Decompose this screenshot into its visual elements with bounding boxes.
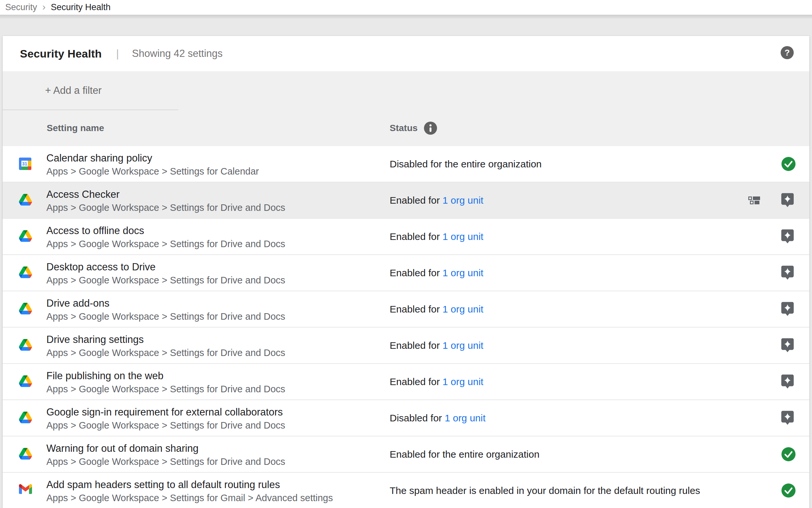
setting-path: Apps > Google Workspace > Settings for D… <box>46 419 285 432</box>
filter-bar: + Add a filter <box>3 71 809 110</box>
setting-path: Apps > Google Workspace > Settings for D… <box>46 201 285 214</box>
card-header: Security Health | Showing 42 settings ? <box>3 36 809 71</box>
setting-path: Apps > Google Workspace > Settings for D… <box>46 382 285 395</box>
recommendation-badge-icon[interactable] <box>781 265 794 280</box>
breadcrumb-parent-link[interactable]: Security <box>5 2 37 12</box>
breadcrumb-current: Security Health <box>51 2 111 12</box>
org-unit-link[interactable]: 1 org unit <box>442 267 483 278</box>
add-filter-button[interactable]: + Add a filter <box>45 85 102 96</box>
status-text: Enabled for <box>390 267 440 278</box>
page-background-band <box>0 15 812 38</box>
setting-path: Apps > Google Workspace > Settings for D… <box>46 455 285 468</box>
table-row[interactable]: 31 Warning for out of domain sharing <box>3 436 809 473</box>
table-row[interactable]: 31 Calendar sharing policy Apps > G <box>3 146 809 182</box>
setting-name: Drive add-ons <box>46 296 285 310</box>
table-row[interactable]: 31 Access to offline docs Apps > Go <box>3 219 809 255</box>
status-column-header: Status <box>390 123 418 133</box>
google-drive-icon: 31 <box>19 303 32 316</box>
google-drive-icon: 31 <box>19 266 32 280</box>
status-info-icon[interactable] <box>424 122 437 135</box>
setting-status: Enabled for 1 org unit <box>390 195 483 206</box>
table-row[interactable]: 31 File publishing on the web Apps <box>3 364 809 400</box>
status-text: Enabled for <box>390 195 440 206</box>
setting-name: Access Checker <box>46 187 285 201</box>
breadcrumb: Security › Security Health <box>0 0 812 15</box>
setting-name: Access to offline docs <box>46 224 285 237</box>
security-health-card: Security Health | Showing 42 settings ? … <box>3 36 809 508</box>
setting-path: Apps > Google Workspace > Settings for D… <box>46 237 285 250</box>
org-unit-link[interactable]: 1 org unit <box>442 195 483 206</box>
setting-name: File publishing on the web <box>46 369 285 382</box>
status-text: Disabled for <box>390 413 442 423</box>
title-separator: | <box>116 47 119 60</box>
setting-status: Enabled for the entire organization <box>390 449 539 460</box>
setting-name: Desktop access to Drive <box>46 260 285 273</box>
google-drive-icon: 31 <box>19 412 32 425</box>
org-unit-link[interactable]: 1 org unit <box>444 413 485 423</box>
status-text: Disabled for the entire organization <box>390 159 541 169</box>
status-text: Enabled for <box>390 340 440 351</box>
status-text: Enabled for <box>390 231 440 242</box>
org-unit-link[interactable]: 1 org unit <box>442 231 483 242</box>
status-text: Enabled for <box>390 304 440 314</box>
setting-status: Enabled for 1 org unit <box>390 267 483 279</box>
setting-status: Enabled for 1 org unit <box>390 340 483 351</box>
status-ok-icon <box>781 483 796 498</box>
setting-path: Apps > Google Workspace > Settings for G… <box>46 491 333 504</box>
table-header-row: Setting name Status <box>3 110 809 146</box>
recommendation-badge-icon[interactable] <box>781 302 794 316</box>
table-row[interactable]: 31 Desktop access to Drive Apps > G <box>3 255 809 291</box>
setting-status: Disabled for 1 org unit <box>390 413 486 424</box>
filter-and-header-section: + Add a filter Setting name Status <box>3 71 809 146</box>
recommendation-badge-icon[interactable] <box>781 338 794 353</box>
recommendation-badge-icon[interactable] <box>781 193 794 208</box>
status-text: Enabled for the entire organization <box>390 449 539 460</box>
page-title: Security Health <box>20 47 102 60</box>
table-row[interactable]: 31 Drive sharing settings Apps > Go <box>3 328 809 364</box>
svg-text:31: 31 <box>22 161 28 166</box>
setting-name: Calendar sharing policy <box>46 151 259 165</box>
google-drive-icon: 31 <box>19 448 32 461</box>
setting-status: Enabled for 1 org unit <box>390 376 483 387</box>
status-ok-icon <box>781 157 796 171</box>
org-unit-link[interactable]: 1 org unit <box>442 304 483 314</box>
settings-table: 31 Calendar sharing policy Apps > G <box>3 146 809 508</box>
recommendation-badge-icon[interactable] <box>781 229 794 244</box>
setting-name: Add spam headers setting to all default … <box>46 478 333 491</box>
table-row[interactable]: 31 Drive add-ons Apps > Google Work <box>3 291 809 328</box>
status-text: The spam header is enabled in your domai… <box>390 485 700 496</box>
setting-name: Google sign-in requirement for external … <box>46 405 285 419</box>
google-drive-icon: 31 <box>19 375 32 388</box>
org-unit-link[interactable]: 1 org unit <box>442 340 483 351</box>
table-row[interactable]: 31 Google sign-in requirement for extern… <box>3 400 809 436</box>
setting-name: Warning for out of domain sharing <box>46 441 285 455</box>
setting-path: Apps > Google Workspace > Settings for D… <box>46 273 285 287</box>
table-row[interactable]: 31 Access Checker Apps > Google Wor <box>3 182 809 219</box>
google-drive-icon: 31 <box>19 194 32 207</box>
help-icon[interactable]: ? <box>781 46 794 59</box>
setting-path: Apps > Google Workspace > Settings for D… <box>46 346 285 359</box>
status-text: Enabled for <box>390 376 440 387</box>
table-row[interactable]: 31 Add spam headers setting to all defau… <box>3 473 809 508</box>
setting-status: The spam header is enabled in your domai… <box>390 485 700 496</box>
setting-status: Disabled for the entire organization <box>390 159 541 170</box>
google-gmail-icon: 31 <box>19 484 32 497</box>
recommendation-badge-icon[interactable] <box>781 411 794 425</box>
setting-status: Enabled for 1 org unit <box>390 304 483 315</box>
setting-path: Apps > Google Workspace > Settings for D… <box>46 310 285 323</box>
google-calendar-icon: 31 <box>19 158 32 171</box>
recommendation-badge-icon[interactable] <box>781 374 794 389</box>
breadcrumb-chevron-icon: › <box>42 2 46 13</box>
org-unit-link[interactable]: 1 org unit <box>442 376 483 387</box>
google-drive-icon: 31 <box>19 230 32 243</box>
status-ok-icon <box>781 447 796 461</box>
setting-status: Enabled for 1 org unit <box>390 231 483 242</box>
google-drive-icon: 31 <box>19 339 32 352</box>
org-unit-icon <box>748 197 760 204</box>
setting-name: Drive sharing settings <box>46 333 285 346</box>
setting-path: Apps > Google Workspace > Settings for C… <box>46 165 259 178</box>
setting-name-column-header: Setting name <box>47 123 104 133</box>
settings-count: Showing 42 settings <box>132 48 223 59</box>
